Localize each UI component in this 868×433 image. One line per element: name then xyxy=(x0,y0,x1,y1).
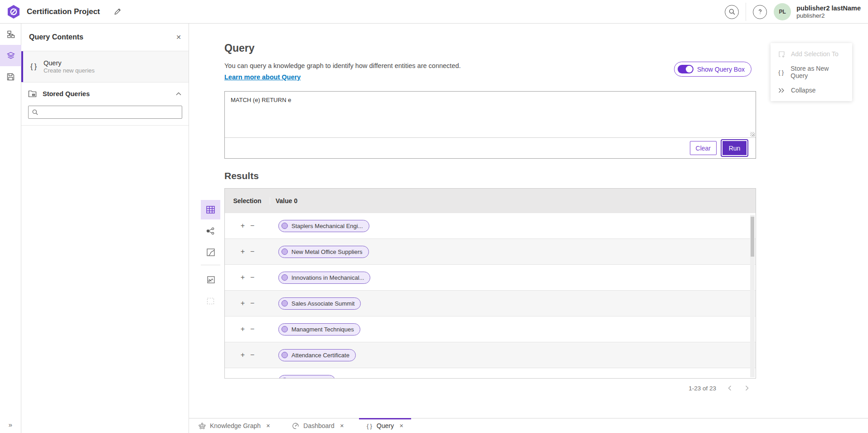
query-section-title: Query xyxy=(224,42,756,54)
link-chart-icon xyxy=(206,227,215,235)
close-tab-icon[interactable]: ✕ xyxy=(340,423,344,429)
contents-button[interactable] xyxy=(0,45,21,66)
entity-label: Sales Associate Summit xyxy=(291,300,354,307)
column-header-selection: Selection xyxy=(225,197,270,204)
query-editor[interactable]: MATCH (e) RETURN e xyxy=(225,92,756,137)
entity-label: Attendance Certificate xyxy=(291,352,349,359)
tab-label: Dashboard xyxy=(303,422,335,429)
clear-button[interactable]: Clear xyxy=(690,141,717,155)
map-icon xyxy=(207,248,215,256)
chevron-up-icon[interactable] xyxy=(176,92,181,96)
scrollbar-thumb[interactable] xyxy=(751,217,754,257)
table-scrollbar[interactable] xyxy=(750,215,755,377)
add-to-selection-button[interactable]: + xyxy=(241,326,245,333)
add-to-selection-button[interactable]: + xyxy=(241,351,245,359)
pagination: 1-23 of 23 xyxy=(224,379,756,398)
add-to-map-icon xyxy=(207,276,215,283)
tab-dashboard[interactable]: Dashboard ✕ xyxy=(284,418,352,433)
panel-title: Query Contents xyxy=(29,33,83,41)
query-item[interactable]: { } Query Create new queries xyxy=(21,51,189,83)
pagination-label: 1-23 of 23 xyxy=(689,385,716,392)
data-model-icon xyxy=(7,30,15,39)
next-page-button[interactable] xyxy=(743,384,751,392)
table-view-button[interactable] xyxy=(201,200,220,219)
entity-icon xyxy=(281,352,288,358)
tab-query[interactable]: { } Query ✕ xyxy=(359,418,411,433)
toolbar-separator xyxy=(201,265,220,265)
page-title: Certification Project xyxy=(27,7,100,16)
results-table: Selection Value 0 + − Staplers Mechanica… xyxy=(224,188,756,379)
entity-pill[interactable]: Staplers Mechanical Engi... xyxy=(278,220,369,232)
remove-from-selection-button[interactable]: − xyxy=(250,274,254,281)
search-button[interactable] xyxy=(725,5,739,19)
add-to-selection-button[interactable]: + xyxy=(241,377,245,379)
tab-label: Query xyxy=(377,422,394,429)
stored-queries-search[interactable] xyxy=(28,106,182,119)
stored-queries-header[interactable]: Stored Queries xyxy=(21,83,189,105)
edit-title-icon[interactable] xyxy=(114,8,121,15)
results-view-toolbar xyxy=(201,200,220,312)
entity-icon xyxy=(281,248,288,255)
search-input[interactable] xyxy=(41,106,182,118)
query-actions-menu: Add Selection To { } Store as New Query … xyxy=(771,43,852,101)
previous-page-button[interactable] xyxy=(726,384,733,392)
entity-label: Staplers Mechanical Engi... xyxy=(291,223,363,229)
map-view-button[interactable] xyxy=(201,243,220,262)
add-to-map-button[interactable] xyxy=(201,270,220,289)
chevron-left-icon xyxy=(728,385,732,391)
link-chart-view-button[interactable] xyxy=(201,221,220,241)
save-button[interactable] xyxy=(0,66,21,88)
entity-pill[interactable]: Finished Titles xyxy=(278,375,335,379)
data-model-button[interactable] xyxy=(0,24,21,45)
expand-rail-button[interactable]: » xyxy=(0,421,21,428)
remove-from-selection-button[interactable]: − xyxy=(250,326,254,333)
remove-from-selection-button[interactable]: − xyxy=(250,300,254,307)
table-icon xyxy=(206,206,215,214)
add-to-selection-button[interactable]: + xyxy=(241,300,245,307)
entity-label: Innovations in Mechanical... xyxy=(291,274,364,281)
close-tab-icon[interactable]: ✕ xyxy=(266,423,270,429)
results-table-header: Selection Value 0 xyxy=(225,189,756,213)
layers-icon xyxy=(7,52,15,60)
entity-label: New Metal Office Suppliers xyxy=(291,248,363,255)
store-as-new-query-item[interactable]: { } Store as New Query xyxy=(771,63,852,81)
entity-pill[interactable]: Attendance Certificate xyxy=(278,349,356,361)
add-selection-to-item: Add Selection To xyxy=(771,45,852,63)
chevron-right-icon xyxy=(745,385,749,391)
remove-from-selection-button[interactable]: − xyxy=(250,351,254,359)
entity-icon xyxy=(281,378,288,379)
entity-pill[interactable]: Innovations in Mechanical... xyxy=(278,272,370,284)
resize-handle[interactable] xyxy=(750,132,755,136)
table-row: + − Attendance Certificate xyxy=(225,342,756,368)
run-button[interactable]: Run xyxy=(722,140,747,156)
add-to-selection-button[interactable]: + xyxy=(241,222,245,229)
add-to-selection-button[interactable]: + xyxy=(241,274,245,281)
menu-item-label: Store as New Query xyxy=(790,65,845,79)
avatar[interactable]: PL xyxy=(774,3,791,20)
braces-icon: { } xyxy=(30,63,37,71)
table-row: + − Innovations in Mechanical... xyxy=(225,265,756,291)
dashed-selection-icon xyxy=(207,297,214,305)
remove-from-selection-button[interactable]: − xyxy=(250,222,254,229)
collapse-item[interactable]: Collapse xyxy=(771,81,852,99)
panel-close-icon[interactable]: ✕ xyxy=(176,34,181,41)
learn-more-link[interactable]: Learn more about Query xyxy=(224,73,301,81)
user-menu[interactable]: publisher2 lastName publisher2 xyxy=(796,5,861,19)
entity-pill[interactable]: Managment Techniques xyxy=(278,323,360,336)
close-tab-icon[interactable]: ✕ xyxy=(399,423,403,429)
add-to-selection-button[interactable]: + xyxy=(241,248,245,255)
query-item-subtitle: Create new queries xyxy=(44,67,95,74)
entity-icon xyxy=(281,326,288,332)
entity-label: Managment Techniques xyxy=(291,326,354,333)
entity-pill[interactable]: New Metal Office Suppliers xyxy=(278,246,369,258)
stored-queries-label: Stored Queries xyxy=(43,90,90,97)
table-row: + − Finished Titles xyxy=(225,368,756,379)
table-row: + − Sales Associate Summit xyxy=(225,291,756,316)
help-button[interactable] xyxy=(753,5,767,19)
entity-pill[interactable]: Sales Associate Summit xyxy=(278,297,361,310)
app-logo-icon[interactable] xyxy=(7,5,20,19)
remove-from-selection-button[interactable]: − xyxy=(250,377,254,379)
tab-knowledge-graph[interactable]: Knowledge Graph ✕ xyxy=(191,418,278,433)
save-icon xyxy=(7,73,15,81)
remove-from-selection-button[interactable]: − xyxy=(250,248,254,255)
